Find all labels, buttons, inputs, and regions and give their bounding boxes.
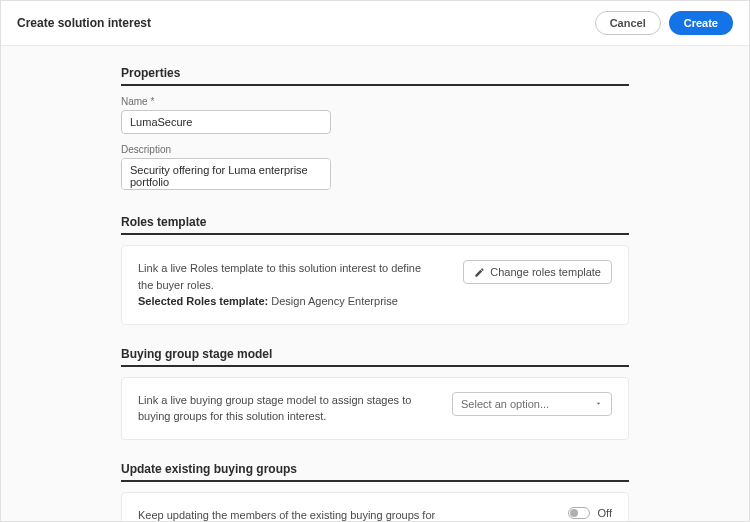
update-groups-heading: Update existing buying groups [121, 462, 629, 482]
roles-template-heading: Roles template [121, 215, 629, 235]
roles-template-text: Link a live Roles template to this solut… [138, 260, 438, 310]
change-roles-template-button[interactable]: Change roles template [463, 260, 612, 284]
name-label: Name [121, 96, 629, 107]
name-input[interactable] [121, 110, 331, 134]
properties-section: Properties Name Description Security off… [121, 66, 629, 193]
selected-roles-value: Design Agency Enterprise [271, 295, 398, 307]
pencil-icon [474, 267, 485, 278]
cancel-button[interactable]: Cancel [595, 11, 661, 35]
roles-template-card: Link a live Roles template to this solut… [121, 245, 629, 325]
selected-roles-label: Selected Roles template: [138, 295, 268, 307]
update-groups-card: Keep updating the members of the existin… [121, 492, 629, 523]
update-groups-section: Update existing buying groups Keep updat… [121, 462, 629, 523]
auto-update-toggle-state: Off [598, 507, 612, 519]
stage-model-blurb: Link a live buying group stage model to … [138, 392, 432, 425]
stage-model-select[interactable]: Select an option... [452, 392, 612, 416]
change-roles-template-label: Change roles template [490, 266, 601, 278]
dialog-content: Properties Name Description Security off… [1, 46, 749, 522]
properties-heading: Properties [121, 66, 629, 86]
description-input[interactable]: Security offering for Luma enterprise po… [121, 158, 331, 190]
description-label: Description [121, 144, 629, 155]
auto-update-toggle-wrap: Off [568, 507, 612, 519]
create-solution-interest-dialog: Create solution interest Cancel Create P… [0, 0, 750, 522]
header-actions: Cancel Create [595, 11, 733, 35]
chevron-down-icon [594, 398, 603, 410]
auto-update-toggle[interactable] [568, 507, 590, 519]
stage-model-heading: Buying group stage model [121, 347, 629, 367]
update-groups-blurb: Keep updating the members of the existin… [138, 507, 438, 523]
roles-template-blurb: Link a live Roles template to this solut… [138, 262, 421, 291]
dialog-title: Create solution interest [17, 16, 151, 30]
dialog-header: Create solution interest Cancel Create [1, 1, 749, 46]
create-button[interactable]: Create [669, 11, 733, 35]
stage-model-card: Link a live buying group stage model to … [121, 377, 629, 440]
roles-template-section: Roles template Link a live Roles templat… [121, 215, 629, 325]
stage-model-select-placeholder: Select an option... [461, 398, 549, 410]
stage-model-section: Buying group stage model Link a live buy… [121, 347, 629, 440]
